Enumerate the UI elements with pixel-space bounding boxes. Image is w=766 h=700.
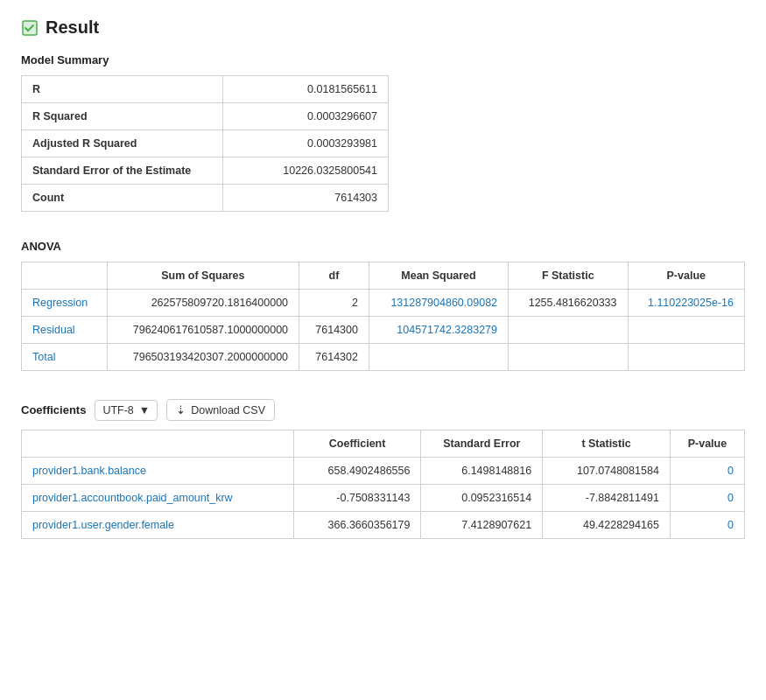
model-summary-table: R 0.0181565611 R Squared 0.0003296607 Ad… — [21, 75, 389, 212]
anova-col-header: F Statistic — [509, 262, 628, 290]
download-csv-button[interactable]: ⇣ Download CSV — [166, 399, 275, 421]
coeff-cell: 366.3660356179 — [293, 512, 421, 539]
coeff-controls: Coefficients UTF-8 ▼ ⇣ Download CSV — [21, 399, 745, 421]
coeff-col-header: t Statistic — [543, 430, 671, 458]
table-row: Residual796240617610587.1000000000761430… — [22, 317, 745, 344]
coeff-col-header: Standard Error — [421, 430, 543, 458]
model-summary-section: Model Summary R 0.0181565611 R Squared 0… — [21, 53, 745, 212]
chevron-down-icon: ▼ — [139, 404, 150, 416]
anova-cell: 796503193420307.2000000000 — [107, 344, 299, 371]
coeff-cell: provider1.accountbook.paid_amount_krw — [22, 485, 294, 512]
table-row: provider1.accountbook.paid_amount_krw-0.… — [22, 485, 745, 512]
table-row: Standard Error of the Estimate 10226.032… — [22, 158, 389, 185]
encoding-label: UTF-8 — [102, 404, 133, 416]
anova-cell: Residual — [22, 317, 108, 344]
coeff-cell: 0 — [670, 458, 744, 485]
model-summary-label: Adjusted R Squared — [22, 130, 223, 158]
anova-cell — [509, 344, 628, 371]
model-summary-label: Standard Error of the Estimate — [22, 158, 223, 185]
coeff-cell: -0.7508331143 — [293, 485, 421, 512]
model-summary-value: 10226.0325800541 — [223, 158, 389, 185]
result-icon — [21, 19, 39, 37]
download-icon: ⇣ — [176, 403, 186, 416]
model-summary-value: 0.0181565611 — [223, 76, 389, 103]
coeff-cell: 107.0748081584 — [543, 458, 671, 485]
anova-col-header: df — [299, 262, 369, 290]
coeff-cell: 658.4902486556 — [293, 458, 421, 485]
coeff-cell: 0 — [670, 512, 744, 539]
table-row: Count 7614303 — [22, 185, 389, 212]
anova-cell — [369, 344, 508, 371]
coeff-col-header: Coefficient — [293, 430, 421, 458]
anova-cell — [628, 317, 745, 344]
anova-cell: 1255.4816620333 — [509, 290, 628, 317]
table-row: R 0.0181565611 — [22, 76, 389, 103]
anova-cell — [628, 344, 745, 371]
anova-cell: 262575809720.1816400000 — [107, 290, 299, 317]
model-summary-label: Count — [22, 185, 223, 212]
anova-table: Sum of SquaresdfMean SquaredF StatisticP… — [21, 262, 745, 371]
coeff-cell: -7.8842811491 — [543, 485, 671, 512]
anova-col-header: Sum of Squares — [107, 262, 299, 290]
anova-col-header: Mean Squared — [369, 262, 508, 290]
table-row: Regression262575809720.18164000002131287… — [22, 290, 745, 317]
anova-col-header — [22, 262, 108, 290]
coeff-cell: 0.0952316514 — [421, 485, 543, 512]
model-summary-value: 0.0003293981 — [223, 130, 389, 158]
anova-section: ANOVA Sum of SquaresdfMean SquaredF Stat… — [21, 240, 745, 371]
coeff-cell: provider1.bank.balance — [22, 458, 294, 485]
coeff-cell: 49.4228294165 — [543, 512, 671, 539]
model-summary-label: R — [22, 76, 223, 103]
table-row: provider1.user.gender.female366.36603561… — [22, 512, 745, 539]
anova-cell: 1.110223025e-16 — [628, 290, 745, 317]
coeff-table: CoefficientStandard Errort StatisticP-va… — [21, 430, 745, 539]
anova-cell: 131287904860.09082 — [369, 290, 508, 317]
table-row: Adjusted R Squared 0.0003293981 — [22, 130, 389, 158]
anova-cell: 7614300 — [299, 317, 369, 344]
coefficients-section: Coefficients UTF-8 ▼ ⇣ Download CSV Coef… — [21, 399, 745, 539]
coeff-cell: 0 — [670, 485, 744, 512]
coeff-cell: 6.1498148816 — [421, 458, 543, 485]
anova-cell: 796240617610587.1000000000 — [107, 317, 299, 344]
coeff-col-header — [22, 430, 294, 458]
table-row: Total796503193420307.20000000007614302 — [22, 344, 745, 371]
anova-cell: 104571742.3283279 — [369, 317, 508, 344]
anova-title: ANOVA — [21, 240, 745, 253]
coeff-cell: provider1.user.gender.female — [22, 512, 294, 539]
anova-col-header: P-value — [628, 262, 745, 290]
coeff-section-title: Coefficients — [21, 403, 86, 416]
table-row: provider1.bank.balance658.49024865566.14… — [22, 458, 745, 485]
anova-cell: 2 — [299, 290, 369, 317]
table-row: R Squared 0.0003296607 — [22, 103, 389, 130]
model-summary-value: 0.0003296607 — [223, 103, 389, 130]
coeff-col-header: P-value — [670, 430, 744, 458]
anova-cell: Total — [22, 344, 108, 371]
encoding-select[interactable]: UTF-8 ▼ — [95, 400, 158, 421]
model-summary-label: R Squared — [22, 103, 223, 130]
page-title: Result — [21, 18, 745, 38]
coeff-cell: 7.4128907621 — [421, 512, 543, 539]
model-summary-title: Model Summary — [21, 53, 745, 66]
anova-cell: Regression — [22, 290, 108, 317]
anova-cell — [509, 317, 628, 344]
anova-cell: 7614302 — [299, 344, 369, 371]
model-summary-value: 7614303 — [223, 185, 389, 212]
